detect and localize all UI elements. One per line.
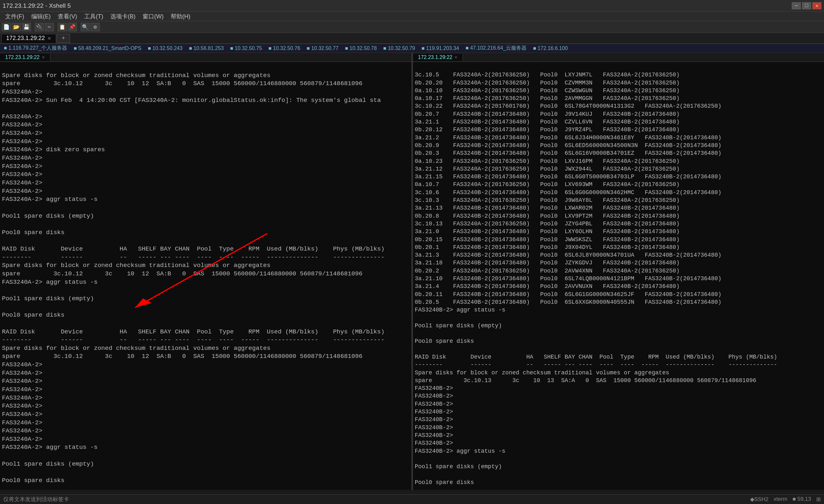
menu-bar: 文件(F) 编辑(E) 查看(V) 工具(T) 选项卡(B) 窗口(W) 帮助(…	[0, 12, 824, 21]
pane-tab-left[interactable]: 172.23.1.29:22 ✕	[0, 54, 50, 61]
conn-9[interactable]: ■ 10.32.50.79	[381, 45, 417, 51]
conn-7[interactable]: ■ 10.32.50.77	[305, 45, 341, 51]
toolbar-find[interactable]: 🔍	[81, 23, 90, 31]
maximize-button[interactable]: □	[802, 2, 811, 9]
terminal-line: Spare disks for block or zoned checksum …	[2, 72, 385, 490]
toolbar-connect[interactable]: 🔌	[35, 23, 44, 31]
terminal-pane-right[interactable]: 172.23.1.29:22 ✕ 3c.10.5 FAS3240A-2(2017…	[413, 53, 824, 490]
conn-5[interactable]: ■ 10.32.50.75	[228, 45, 264, 51]
status-layout-icon: ⊞	[816, 496, 821, 503]
pane-tab-right[interactable]: 172.23.1.29:22 ✕	[413, 54, 463, 61]
toolbar-copy[interactable]: 📋	[58, 23, 67, 31]
conn-11[interactable]: ■ 47.102.216.64_云服务器	[463, 44, 528, 52]
window-controls: — □ ✕	[792, 2, 821, 9]
toolbar-disconnect[interactable]: ✂	[45, 23, 54, 31]
pane-tab-right-label: 172.23.1.29:22	[418, 54, 453, 60]
title-bar: 172.23.1.29:22 - Xshell 5 — □ ✕	[0, 0, 824, 12]
conn-4[interactable]: ■ 10.56.81.253	[187, 45, 226, 51]
toolbar-save[interactable]: 💾	[22, 23, 31, 31]
terminal-line-right: 3c.10.5 FAS3240A-2(2017636250) Pool0 LXY…	[415, 72, 777, 490]
terminal-content-left[interactable]: Spare disks for block or zoned checksum …	[0, 62, 411, 490]
connections-bar: ■ 1.116.79.227_个人服务器 ■ 58.48.209.21_Smar…	[0, 44, 824, 53]
toolbar: 📄 📂 💾 🔌 ✂ 📋 📌 🔍 ⚙	[0, 21, 824, 33]
status-bar: 仅将文本发送到活动标签卡 ◆SSH2 xterm ■ 59,13 ⊞	[0, 494, 824, 504]
conn-6[interactable]: ■ 10.32.50.76	[267, 45, 302, 51]
pane-tab-bar-right: 172.23.1.29:22 ✕	[413, 53, 824, 62]
status-ssh: ◆SSH2	[750, 496, 768, 503]
menu-edit[interactable]: 编辑(E)	[28, 12, 54, 21]
menu-window[interactable]: 窗口(W)	[139, 12, 167, 21]
status-term: xterm	[774, 496, 788, 503]
conn-1[interactable]: ■ 1.116.79.227_个人服务器	[2, 44, 69, 52]
menu-tabs[interactable]: 选项卡(B)	[107, 12, 139, 21]
tab-close-icon[interactable]: ✕	[47, 36, 51, 41]
conn-8[interactable]: ■ 10.32.50.78	[343, 45, 379, 51]
menu-tools[interactable]: 工具(T)	[81, 12, 106, 21]
status-coords: ■ 59,13	[792, 496, 811, 503]
tab-main[interactable]: 172.23.1.29:22 ✕	[1, 34, 56, 43]
tab-new[interactable]: +	[57, 34, 70, 43]
close-button[interactable]: ✕	[812, 2, 821, 9]
pane-tab-bar-left: 172.23.1.29:22 ✕	[0, 53, 411, 62]
toolbar-settings[interactable]: ⚙	[91, 23, 100, 31]
conn-12[interactable]: ■ 172.16.6.100	[531, 45, 570, 51]
app-title: 172.23.1.29:22 - Xshell 5	[3, 2, 71, 9]
conn-10[interactable]: ■ 119.91.203.34	[419, 45, 461, 51]
toolbar-new[interactable]: 📄	[2, 23, 11, 31]
terminal-content-right[interactable]: 3c.10.5 FAS3240A-2(2017636250) Pool0 LXY…	[413, 62, 824, 490]
conn-3[interactable]: ■ 10.32.50.243	[146, 45, 185, 51]
menu-help[interactable]: 帮助(H)	[168, 12, 194, 21]
main-content: 172.23.1.29:22 ✕ Spare disks for block o…	[0, 53, 824, 490]
toolbar-open[interactable]: 📂	[12, 23, 21, 31]
toolbar-paste[interactable]: 📌	[68, 23, 77, 31]
menu-view[interactable]: 查看(V)	[55, 12, 80, 21]
terminal-pane-left[interactable]: 172.23.1.29:22 ✕ Spare disks for block o…	[0, 53, 412, 490]
minimize-button[interactable]: —	[792, 2, 801, 9]
tab-new-label: +	[62, 35, 65, 41]
status-left-text: 仅将文本发送到活动标签卡	[3, 496, 69, 503]
status-right: ◆SSH2 xterm ■ 59,13 ⊞	[750, 496, 821, 503]
tab-main-label: 172.23.1.29:22	[6, 35, 45, 41]
conn-2[interactable]: ■ 58.48.209.21_SmartD-OPS	[72, 45, 143, 51]
pane-tab-left-close[interactable]: ✕	[41, 55, 45, 59]
pane-tab-right-close[interactable]: ✕	[454, 55, 457, 59]
tab-bar: 172.23.1.29:22 ✕ +	[0, 33, 824, 44]
menu-file[interactable]: 文件(F)	[2, 12, 27, 21]
pane-tab-left-label: 172.23.1.29:22	[5, 54, 40, 60]
